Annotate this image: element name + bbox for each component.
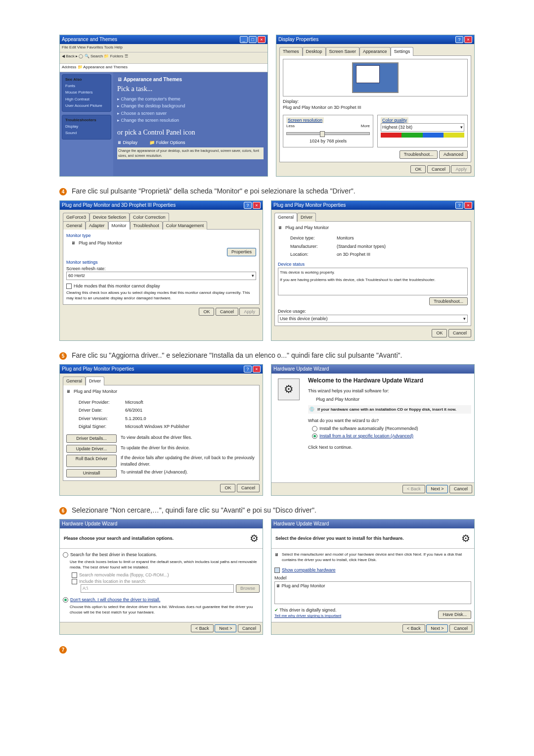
cancel-button[interactable]: Cancel xyxy=(238,624,261,633)
tab-troubleshoot[interactable]: Troubleshoot xyxy=(130,221,163,230)
device-type-label: Device type: xyxy=(290,235,335,242)
close-icon[interactable]: × xyxy=(253,366,261,373)
digital-signer-label: Digital Signer: xyxy=(78,423,124,430)
signing-info-link[interactable]: Tell me why driver signing is important xyxy=(274,613,341,618)
rollback-driver-button[interactable]: Roll Back Driver xyxy=(66,455,117,467)
tab-color-management[interactable]: Color Management xyxy=(163,221,208,230)
help-icon[interactable]: ? xyxy=(244,366,252,373)
cancel-button[interactable]: Cancel xyxy=(449,485,472,493)
ok-button[interactable]: OK xyxy=(410,165,426,174)
cp-icon-display[interactable]: 🖥 Display xyxy=(117,140,137,146)
tab-color-correction[interactable]: Color Correction xyxy=(130,213,169,222)
ok-button[interactable]: OK xyxy=(199,308,214,316)
radio-dont-search[interactable] xyxy=(63,597,68,603)
step-number: 4 xyxy=(59,188,67,195)
checkbox-location xyxy=(72,579,77,584)
option-auto-label: Install the software automatically (Reco… xyxy=(319,426,418,431)
driver-provider-value: Microsoft xyxy=(125,399,190,406)
tab-screensaver[interactable]: Screen Saver xyxy=(326,47,360,56)
cp-icon-folder-options[interactable]: 📁 Folder Options xyxy=(149,140,185,146)
update-driver-text: To update the driver for this device. xyxy=(121,445,256,453)
troubleshoot-button[interactable]: Troubleshoot... xyxy=(429,297,468,306)
ok-button[interactable]: OK xyxy=(432,329,447,337)
close-icon[interactable]: × xyxy=(258,36,266,43)
back-button[interactable]: < Back xyxy=(191,624,214,633)
driver-details-button[interactable]: Driver Details... xyxy=(66,434,117,443)
back-button[interactable]: < Back xyxy=(402,624,425,633)
task-link[interactable]: ▸ Change the screen resolution xyxy=(117,117,264,124)
close-icon[interactable]: × xyxy=(253,202,261,209)
minimize-icon[interactable]: _ xyxy=(240,36,248,43)
next-button[interactable]: Next > xyxy=(426,485,448,493)
model-item[interactable]: Plug and Play Monitor xyxy=(282,583,325,588)
refresh-rate-select[interactable]: 60 Hertz▾ xyxy=(66,272,256,280)
resolution-slider[interactable] xyxy=(286,132,370,135)
cancel-button[interactable]: Cancel xyxy=(427,165,450,174)
device-status-box: This device is working properly. If you … xyxy=(278,268,468,295)
properties-button[interactable]: Properties xyxy=(227,248,256,256)
hide-modes-label: Hide modes that this monitor cannot disp… xyxy=(74,284,160,288)
tab-general[interactable]: General xyxy=(274,213,297,222)
tab-monitor[interactable]: Monitor xyxy=(108,221,130,230)
sidebar-link[interactable]: Fonts xyxy=(65,83,108,89)
tab-general[interactable]: General xyxy=(63,377,86,385)
uninstall-button[interactable]: Uninstall xyxy=(66,469,117,477)
step-5: 5 Fare clic su "Aggiorna driver.." e sel… xyxy=(59,351,475,361)
tab-adapter[interactable]: Adapter xyxy=(86,221,108,230)
model-list[interactable]: 🖥 Plug and Play Monitor xyxy=(274,581,471,604)
help-icon[interactable]: ? xyxy=(244,202,252,209)
device-usage-select[interactable]: Use this device (enable)▾ xyxy=(278,315,468,323)
tab-driver[interactable]: Driver xyxy=(297,213,316,222)
sidebar-link[interactable]: Mouse Pointers xyxy=(65,90,108,95)
resolution-value: 1024 by 768 pixels xyxy=(286,138,370,144)
color-quality-label: Color quality xyxy=(381,117,408,124)
help-icon[interactable]: ? xyxy=(455,36,463,43)
cancel-button[interactable]: Cancel xyxy=(216,308,238,316)
task-link[interactable]: ▸ Change the desktop background xyxy=(117,103,264,109)
next-button[interactable]: Next > xyxy=(426,624,448,633)
radio-auto[interactable] xyxy=(312,426,317,431)
task-link[interactable]: ▸ Change the computer's theme xyxy=(117,96,264,102)
maximize-icon[interactable]: □ xyxy=(249,36,257,43)
screen-resolution-label: Screen resolution xyxy=(286,117,324,124)
task-link[interactable]: ▸ Choose a screen saver xyxy=(117,110,264,117)
sidebar-link[interactable]: High Contrast xyxy=(65,96,108,102)
troubleshoot-button[interactable]: Troubleshoot... xyxy=(400,150,438,159)
tab-desktop[interactable]: Desktop xyxy=(303,47,326,56)
close-icon[interactable]: × xyxy=(464,202,472,209)
close-icon[interactable]: × xyxy=(464,36,472,43)
tab-settings[interactable]: Settings xyxy=(391,47,414,56)
sidebar-link[interactable]: User Account Picture xyxy=(65,103,108,108)
step-text: Fare clic su "Aggiorna driver.." e selez… xyxy=(72,351,402,359)
apply-button[interactable]: Apply xyxy=(239,308,260,316)
troubleshooters-label: Troubleshooters xyxy=(65,118,96,122)
tab-geforce3[interactable]: GeForce3 xyxy=(63,213,89,222)
address-bar[interactable]: Address 📁 Appearance and Themes xyxy=(60,64,267,72)
ok-button[interactable]: OK xyxy=(220,484,235,492)
sidebar-link[interactable]: Sound xyxy=(65,130,108,136)
tab-themes[interactable]: Themes xyxy=(279,47,303,56)
tab-general[interactable]: General xyxy=(63,221,86,230)
cancel-button[interactable]: Cancel xyxy=(237,484,260,492)
update-driver-button[interactable]: Update Driver... xyxy=(66,445,117,453)
show-compatible-checkbox[interactable] xyxy=(274,567,280,573)
cancel-button[interactable]: Cancel xyxy=(448,329,471,337)
wizard-icon: ⚙ xyxy=(461,531,470,545)
cancel-button[interactable]: Cancel xyxy=(449,624,472,633)
color-quality-select[interactable]: Highest (32 bit)▾ xyxy=(381,123,464,132)
back-button[interactable]: < Back xyxy=(402,485,425,493)
hide-modes-description: Clearing this check box allows you to se… xyxy=(66,290,256,301)
advanced-button[interactable]: Advanced xyxy=(439,150,468,159)
radio-search[interactable] xyxy=(63,552,68,558)
see-also-label: See Also xyxy=(65,77,82,82)
tab-appearance[interactable]: Appearance xyxy=(359,47,391,56)
hide-modes-checkbox[interactable] xyxy=(66,284,72,289)
next-button[interactable]: Next > xyxy=(215,624,236,633)
tab-driver[interactable]: Driver xyxy=(86,377,104,385)
sidebar-link[interactable]: Display xyxy=(65,124,108,129)
help-icon[interactable]: ? xyxy=(455,202,463,209)
have-disk-button[interactable]: Have Disk... xyxy=(438,611,471,619)
apply-button[interactable]: Apply xyxy=(451,165,471,174)
radio-list[interactable] xyxy=(312,433,317,439)
tab-device-selection[interactable]: Device Selection xyxy=(89,213,130,222)
